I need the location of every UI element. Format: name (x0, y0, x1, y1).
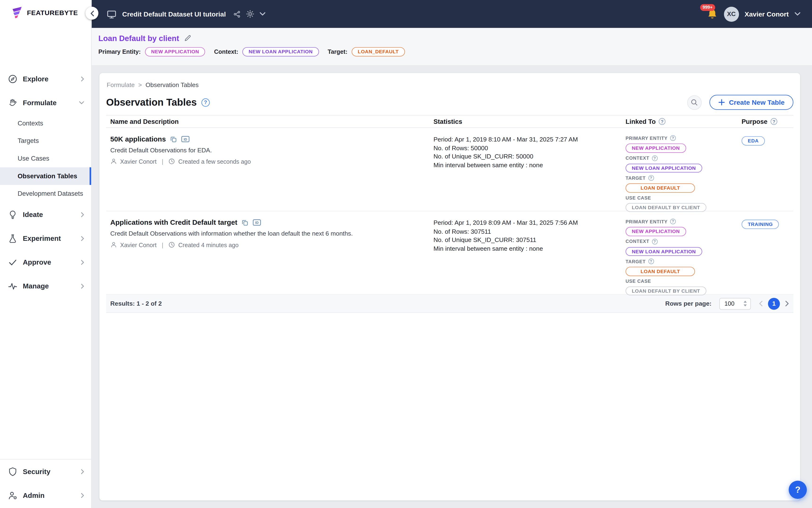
chevron-right-icon (81, 76, 84, 82)
sidebar-collapse-button[interactable] (85, 7, 98, 20)
context-label: Context: (214, 49, 238, 55)
chevron-down-icon[interactable] (260, 12, 266, 16)
sidebar-item-contexts[interactable]: Contexts (0, 114, 91, 132)
column-header-statistics: Statistics (430, 118, 622, 125)
sidebar-item-label: Admin (23, 491, 81, 499)
help-fab-button[interactable]: ? (788, 481, 807, 499)
avatar[interactable]: XC (724, 6, 739, 22)
chevron-right-icon (81, 212, 84, 217)
chevron-down-icon[interactable] (794, 12, 801, 16)
context-pill: NEW LOAN APPLICATION (242, 47, 319, 56)
cell-statistics: Period: Apr 1, 2019 8:10 AM - Mar 31, 20… (430, 135, 622, 214)
formulate-submenu: Contexts Targets Use Cases Observation T… (0, 114, 91, 202)
stat-period: Period: Apr 1, 2019 8:10 AM - Mar 31, 20… (433, 135, 621, 143)
column-header-label: Name and Description (110, 118, 179, 125)
create-new-table-button[interactable]: Create New Table (709, 95, 794, 110)
table-description: Credit Default Observations for EDA. (110, 147, 430, 154)
sidebar-item-label: Manage (23, 282, 81, 290)
help-icon[interactable]: ? (648, 258, 654, 264)
entity-row: Primary Entity: NEW APPLICATION Context:… (98, 47, 812, 56)
help-icon[interactable]: ? (648, 175, 654, 181)
stat-interval: Min interval between same entity : none (433, 244, 621, 253)
cell-linked-to: PRIMARY ENTITY? NEW APPLICATION CONTEXT?… (622, 135, 737, 214)
use-case-pill: LOAN DEFAULT BY CLIENT (626, 286, 706, 295)
help-icon[interactable]: ? (659, 118, 666, 125)
sidebar-item-admin[interactable]: Admin (0, 483, 91, 507)
sidebar-item-use-cases[interactable]: Use Cases (0, 150, 91, 167)
author-name: Xavier Conort (120, 242, 156, 248)
linked-label: PRIMARY ENTITY (626, 135, 668, 140)
topbar-left: Credit Default Dataset UI tutorial (106, 9, 266, 19)
sidebar-nav: Explore Formulate Contexts T (0, 67, 91, 298)
column-header-label: Statistics (433, 118, 462, 125)
column-header-label: Purpose (741, 118, 767, 125)
table-header: Name and Description Statistics Linked T… (106, 115, 794, 128)
sidebar-item-development-datasets[interactable]: Development Datasets (0, 185, 91, 203)
linked-label: TARGET (626, 259, 645, 264)
share-icon[interactable] (233, 10, 241, 18)
settings-gear-icon[interactable] (246, 10, 255, 18)
cell-purpose: TRAINING (737, 219, 794, 298)
sidebar-item-observation-tables[interactable]: Observation Tables (0, 167, 91, 185)
column-header-purpose: Purpose ? (737, 118, 794, 125)
linked-label: TARGET (626, 175, 645, 180)
table-row[interactable]: 50K applications ID Credit Default Obser… (106, 128, 794, 212)
featurebyte-logo[interactable]: FEATUREBYTE (0, 0, 91, 19)
sidebar-item-experiment[interactable]: Experiment (0, 226, 91, 250)
sidebar-item-label: Ideate (23, 211, 81, 218)
stat-unique: No. of Unique SK_ID_CURR: 50000 (433, 152, 621, 161)
edit-pencil-icon[interactable] (184, 34, 191, 42)
previous-page-button[interactable] (759, 300, 763, 307)
topbar-actions (233, 10, 266, 18)
copy-id-icon[interactable]: ID (181, 136, 189, 142)
help-icon[interactable]: ? (670, 219, 676, 224)
help-icon[interactable]: ? (770, 118, 777, 125)
help-icon[interactable]: ? (670, 135, 676, 141)
sidebar-item-security[interactable]: Security (0, 459, 91, 483)
experiment-flask-icon (8, 233, 18, 243)
plus-icon (718, 99, 725, 106)
copy-icon[interactable] (241, 219, 249, 226)
sidebar-item-label: Use Cases (18, 155, 49, 162)
observation-tables-card: Formulate > Observation Tables Observati… (99, 73, 800, 501)
column-header-linked-to: Linked To ? (622, 118, 737, 125)
svg-text:ID: ID (184, 137, 187, 141)
sidebar: FEATUREBYTE Explore Formulate (0, 0, 92, 508)
page-number-button[interactable]: 1 (768, 298, 780, 310)
rows-per-page-select[interactable]: 100 (719, 298, 751, 310)
sidebar-item-formulate[interactable]: Formulate (0, 91, 91, 114)
search-button[interactable] (687, 95, 702, 110)
use-case-pill: LOAN DEFAULT BY CLIENT (626, 203, 706, 212)
cell-purpose: EDA (737, 135, 794, 214)
sidebar-item-label: Approve (23, 258, 81, 266)
stat-interval: Min interval between same entity : none (433, 161, 621, 169)
sidebar-item-explore[interactable]: Explore (0, 67, 91, 91)
chevron-right-icon (81, 283, 84, 289)
sidebar-item-ideate[interactable]: Ideate (0, 203, 91, 226)
next-page-button[interactable] (785, 300, 790, 307)
created-time: Created a few seconds ago (178, 158, 251, 164)
sidebar-item-targets[interactable]: Targets (0, 132, 91, 150)
target-pill: LOAN DEFAULT (626, 267, 695, 276)
sidebar-item-approve[interactable]: Approve (0, 250, 91, 274)
sidebar-bottom-nav: Security Admin (0, 459, 91, 507)
table-name: 50K applications (110, 135, 166, 143)
cell-statistics: Period: Apr 1, 2019 8:09 AM - Mar 31, 20… (430, 219, 622, 298)
cell-name-description: Applications with Credit Default target … (106, 219, 430, 298)
help-icon[interactable]: ? (652, 155, 658, 161)
table-row[interactable]: Applications with Credit Default target … (106, 211, 794, 295)
user-name: Xavier Conort (745, 10, 788, 18)
page-title: Loan Default by client (98, 34, 179, 42)
clock-icon (169, 242, 175, 248)
copy-icon[interactable] (170, 135, 177, 143)
copy-id-icon[interactable]: ID (253, 219, 261, 226)
help-icon[interactable]: ? (201, 98, 210, 107)
help-icon[interactable]: ? (652, 239, 658, 244)
sidebar-item-label: Experiment (23, 235, 81, 242)
breadcrumb-parent[interactable]: Formulate (106, 81, 135, 88)
primary-entity-pill: NEW APPLICATION (626, 227, 686, 236)
notifications-button[interactable]: 999+ (706, 8, 718, 20)
breadcrumb: Formulate > Observation Tables (106, 73, 794, 88)
sidebar-item-manage[interactable]: Manage (0, 274, 91, 298)
primary-entity-pill: NEW APPLICATION (626, 143, 686, 152)
